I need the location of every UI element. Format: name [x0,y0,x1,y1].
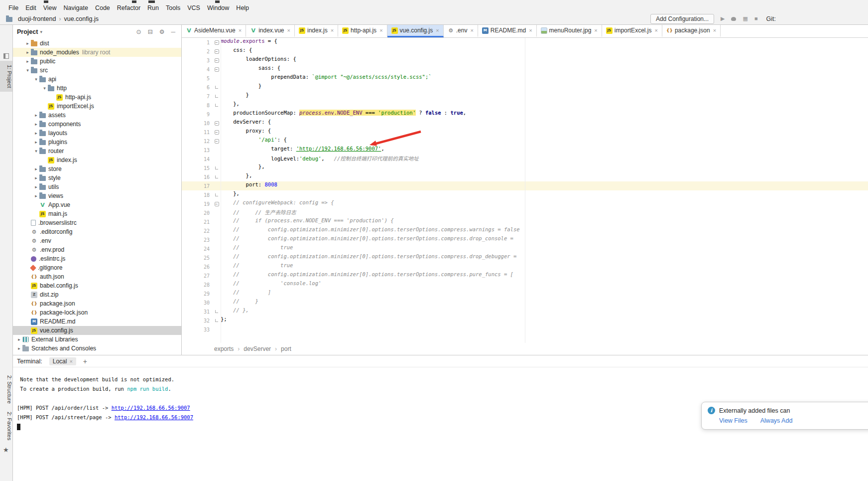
chevron-right-icon[interactable]: ▸ [16,337,22,342]
editor-tab-http-api-js[interactable]: JShttp-api.js× [338,25,387,37]
tree-item-env-prod[interactable]: ⚙.env.prod [13,245,181,254]
menu-item-code[interactable]: Code [92,4,114,11]
close-tab-icon[interactable]: × [529,28,532,33]
menu-item-edit[interactable]: Edit [22,4,40,11]
chevron-right-icon[interactable]: ▸ [33,113,39,118]
fold-end-icon[interactable] [215,175,218,178]
tree-item-dist[interactable]: ▸dist [13,39,181,48]
tree-item-gitignore[interactable]: .gitignore [13,263,181,272]
chevron-down-icon[interactable]: ▾ [33,77,39,82]
chevron-right-icon[interactable]: ▸ [33,175,39,180]
add-configuration-button[interactable]: Add Configuration... [650,14,714,24]
tree-item-http-api-js[interactable]: JShttp-api.js [13,93,181,102]
tree-item-views[interactable]: ▸views [13,191,181,200]
editor-tab-menurouter-jpg[interactable]: menuRouter.jpg× [537,25,602,37]
tree-item-env[interactable]: ⚙.env [13,236,181,245]
tree-item-api[interactable]: ▾api [13,75,181,84]
collapse-all-icon[interactable]: ⊟ [148,28,153,35]
chevron-right-icon[interactable]: ▸ [33,140,39,145]
url-link[interactable]: http://192.168.66.56:9007 [112,405,190,411]
debug-icon[interactable] [731,17,736,21]
tree-item-store[interactable]: ▸store [13,164,181,173]
tree-item-editorconfig[interactable]: ⚙.editorconfig [13,227,181,236]
close-tab-icon[interactable]: × [594,28,597,33]
editor-tab-vue-config-js[interactable]: JSvue.config.js× [387,25,444,37]
fold-open-icon[interactable]: − [215,40,219,45]
menu-item-help[interactable]: Help [233,4,252,11]
tree-item-style[interactable]: ▸style [13,173,181,182]
close-tab-icon[interactable]: × [713,28,716,33]
fold-end-icon[interactable] [215,310,218,313]
tree-item-plugins[interactable]: ▸plugins [13,138,181,147]
project-panel-title[interactable]: Project [17,28,38,35]
breadcrumb-file[interactable]: vue.config.js [64,15,98,22]
stop-icon[interactable]: ■ [754,16,758,21]
stripe-tab-favorites[interactable]: 2: Favorites [0,408,12,444]
stripe-tab-project[interactable]: 1: Project [0,61,12,92]
tree-item-readme-md[interactable]: MREADME.md [13,317,181,326]
tree-item-vue-config-js[interactable]: JSvue.config.js [13,326,181,335]
chevron-right-icon[interactable]: ▸ [24,41,31,46]
chevron-right-icon[interactable]: ▸ [24,50,31,55]
tree-item-dist-zip[interactable]: Zdist.zip [13,290,181,299]
breadcrumb-devserver[interactable]: devServer [244,345,271,352]
chevron-right-icon[interactable]: ▸ [24,59,31,64]
close-icon[interactable]: × [69,358,72,364]
favorites-star-icon[interactable]: ★ [3,446,9,454]
stripe-tab-structure[interactable]: 2: Structure [0,371,12,408]
tree-item-assets[interactable]: ▸assets [13,111,181,120]
fold-open-icon[interactable]: − [215,121,219,126]
code-editor[interactable]: 1−module.exports = {2− css: {3− loaderOp… [182,38,868,343]
fold-end-icon[interactable] [215,193,218,196]
view-files-link[interactable]: View Files [719,417,747,424]
editor-tab-readme-md[interactable]: MREADME.md× [478,25,537,37]
fold-open-icon[interactable]: − [215,58,219,63]
close-tab-icon[interactable]: × [654,28,657,33]
editor-tab-asidemenu-vue[interactable]: VAsideMenu.vue× [182,25,246,37]
tree-item-babel-config-js[interactable]: JSbabel.config.js [13,281,181,290]
tree-item-scratches-and-consoles[interactable]: ▸Scratches and Consoles [13,344,181,353]
tree-item-importexcel-js[interactable]: JSimportExcel.js [13,102,181,111]
menu-item-tools[interactable]: Tools [162,4,184,11]
close-tab-icon[interactable]: × [239,28,242,33]
tree-item-node-modules[interactable]: ▸node_moduleslibrary root [13,48,181,57]
menu-item-window[interactable]: Window [204,4,233,11]
fold-open-icon[interactable]: − [215,67,219,72]
chevron-right-icon[interactable]: ▸ [33,166,39,171]
chevron-right-icon[interactable]: ▸ [16,346,22,351]
fold-open-icon[interactable]: − [215,202,219,206]
tree-item-eslintrc-js[interactable]: .eslintrc.js [13,254,181,263]
close-tab-icon[interactable]: × [331,28,334,33]
chevron-right-icon[interactable]: ▸ [33,131,39,136]
chevron-right-icon[interactable]: ▸ [33,184,39,189]
url-link[interactable]: 'http://192.168.66.56:9007' [296,146,381,152]
fold-end-icon[interactable] [215,319,218,322]
terminal-tab-local[interactable]: Local × [49,357,76,365]
new-terminal-icon[interactable]: + [83,357,87,365]
fold-open-icon[interactable]: − [215,139,219,144]
tree-item-src[interactable]: ▾src [13,66,181,75]
tree-item-main-js[interactable]: JSmain.js [13,209,181,218]
locate-file-icon[interactable]: ⊙ [136,28,141,35]
menu-item-run[interactable]: Run [144,4,162,11]
chevron-right-icon[interactable]: ▸ [33,122,39,127]
editor-tab-env[interactable]: ⚙.env× [444,25,478,37]
url-link[interactable]: http://192.168.66.56:9007 [115,414,193,420]
menu-item-vcs[interactable]: VCS [184,4,204,11]
breadcrumb-port[interactable]: port [281,345,291,352]
chevron-down-icon[interactable]: ▾ [24,68,31,73]
breadcrumb-exports[interactable]: exports [214,345,234,352]
breadcrumb-project[interactable]: duoji-frontend [18,15,56,22]
fold-end-icon[interactable] [215,104,218,107]
close-tab-icon[interactable]: × [379,28,382,33]
menu-item-refactor[interactable]: Refactor [114,4,144,11]
editor-tab-index-js[interactable]: JSindex.js× [295,25,338,37]
fold-end-icon[interactable] [215,166,218,169]
menu-item-file[interactable]: File [5,4,22,11]
tree-item-external-libraries[interactable]: ▸External Libraries [13,335,181,344]
close-tab-icon[interactable]: × [436,28,439,33]
chevron-down-icon[interactable]: ▾ [41,86,48,91]
always-add-link[interactable]: Always Add [760,417,793,424]
close-tab-icon[interactable]: × [287,28,290,33]
chevron-down-icon[interactable]: ▾ [40,29,42,34]
